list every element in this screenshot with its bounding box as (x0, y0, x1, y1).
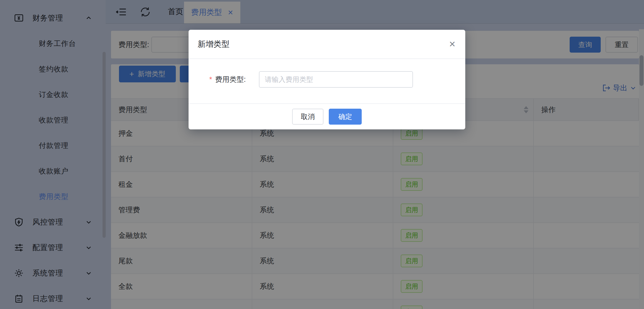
modal-header: 新增类型 ✕ (189, 30, 465, 59)
required-mark: * (209, 75, 212, 84)
close-icon[interactable]: ✕ (449, 40, 456, 48)
modal-body: * 费用类型: (189, 59, 465, 103)
add-type-modal: 新增类型 ✕ * 费用类型: 取消 确定 (189, 30, 465, 129)
confirm-button[interactable]: 确定 (329, 109, 362, 125)
cancel-button[interactable]: 取消 (292, 109, 323, 125)
modal-title: 新增类型 (198, 39, 229, 50)
app-root: 财务管理 财务工作台 签约收款 订金收款 收款管理 付款管理 收款账户 (0, 0, 644, 309)
fee-type-input[interactable] (259, 71, 413, 88)
fee-type-form-row: * 费用类型: (189, 71, 465, 88)
fee-type-field-label: 费用类型: (215, 75, 246, 84)
modal-footer: 取消 确定 (189, 103, 465, 129)
